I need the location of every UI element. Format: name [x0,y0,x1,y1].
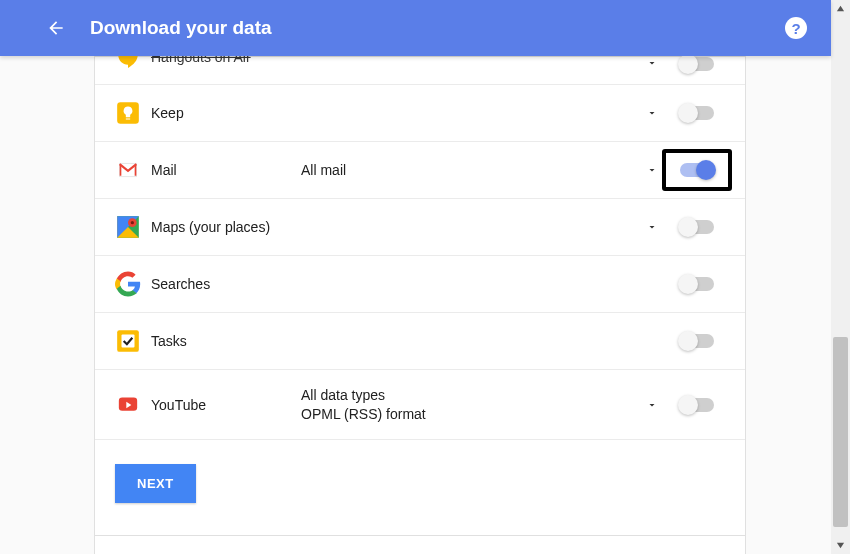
toggle-keep[interactable] [680,106,714,120]
product-row-searches: Searches [95,256,745,313]
product-row-mail: Mail All mail [95,142,745,199]
next-button[interactable]: NEXT [115,464,196,503]
product-label: YouTube [151,397,301,413]
keep-icon [115,100,141,126]
svg-point-6 [131,221,134,224]
highlight-box [662,149,732,191]
scrollbar-thumb[interactable] [833,337,848,527]
product-row-hangouts: Hangouts on Air [95,57,745,85]
chevron-down-icon [646,399,658,411]
triangle-up-icon [836,4,845,13]
toggle-searches[interactable] [680,277,714,291]
maps-icon [115,214,141,240]
product-label: Maps (your places) [151,219,301,235]
chevron-down-icon [646,107,658,119]
dropdown-hangouts[interactable] [637,57,667,69]
product-row-maps: Maps (your places) [95,199,745,256]
toggle-tasks[interactable] [680,334,714,348]
next-card-top [94,535,746,554]
dropdown-keep[interactable] [637,107,667,119]
actions-row: NEXT [95,440,745,503]
product-label: Mail [151,162,301,178]
help-button[interactable]: ? [785,17,807,39]
arrow-left-icon [46,18,66,38]
toggle-mail[interactable] [680,163,714,177]
google-g-icon [115,271,141,297]
dropdown-youtube[interactable] [637,399,667,411]
gmail-icon [115,157,141,183]
back-button[interactable] [46,18,66,38]
page-title: Download your data [90,17,272,39]
scroll-up-button[interactable] [831,0,850,17]
chevron-down-icon [646,221,658,233]
svg-marker-12 [837,543,844,548]
product-label: Searches [151,276,301,292]
toggle-hangouts[interactable] [680,57,714,71]
product-label: Tasks [151,333,301,349]
product-detail: All mail [301,161,637,180]
scrollbar-track[interactable] [831,17,850,537]
youtube-icon [115,392,141,418]
product-row-youtube: YouTube All data types OPML (RSS) format [95,370,745,440]
product-detail: All data types OPML (RSS) format [301,386,637,424]
chevron-down-icon [646,57,658,69]
help-icon: ? [791,20,800,37]
product-row-tasks: Tasks [95,313,745,370]
toggle-maps[interactable] [680,220,714,234]
triangle-down-icon [836,541,845,550]
scroll-down-button[interactable] [831,537,850,554]
chevron-down-icon [646,164,658,176]
tasks-icon [115,328,141,354]
product-label: Keep [151,105,301,121]
product-row-keep: Keep [95,85,745,142]
svg-marker-11 [837,6,844,11]
dropdown-maps[interactable] [637,221,667,233]
toggle-youtube[interactable] [680,398,714,412]
vertical-scrollbar[interactable] [831,0,850,554]
products-card: Hangouts on Air Keep [94,56,746,544]
svg-rect-8 [122,335,135,348]
app-header: Download your data ? [0,0,831,56]
